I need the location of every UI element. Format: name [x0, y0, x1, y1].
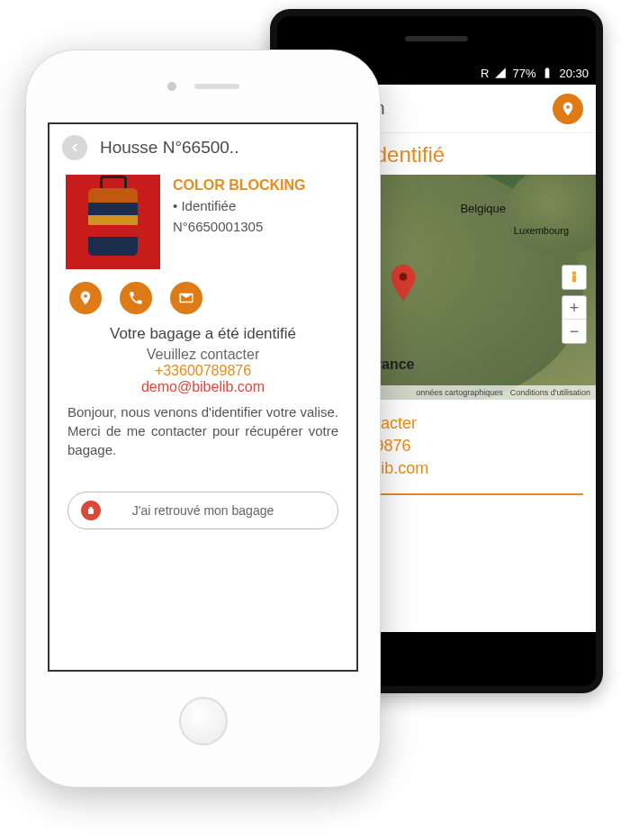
svg-point-0 [400, 273, 408, 281]
message-sub: Veuillez contacter [68, 347, 338, 363]
message-phone[interactable]: +33600789876 [68, 363, 338, 379]
map-label-luxembourg: Luxembourg [514, 225, 569, 236]
roaming-indicator: R [481, 67, 489, 80]
map-credits-data[interactable]: onnées cartographiques [416, 388, 503, 397]
call-button[interactable] [120, 282, 152, 314]
luggage-icon [81, 501, 101, 520]
found-baggage-button[interactable]: J'ai retrouvé mon bagage [68, 492, 338, 529]
message-body: Bonjour, nous venons d'identifier votre … [68, 402, 338, 459]
pin-icon [77, 290, 94, 306]
iphone-screen: Housse N°66500.. COLOR BLOCKING • Identi… [48, 122, 358, 672]
map-label-belgique: Belgique [460, 202, 506, 215]
iphone-frame: Housse N°66500.. COLOR BLOCKING • Identi… [25, 50, 381, 788]
product-name: COLOR BLOCKING [173, 175, 340, 196]
found-button-label: J'ai retrouvé mon bagage [132, 503, 274, 518]
battery-icon [541, 67, 554, 79]
locate-button[interactable] [553, 94, 583, 124]
product-image [66, 175, 160, 269]
battery-percent: 77% [512, 67, 536, 80]
clock: 20:30 [559, 67, 589, 80]
pin-icon [560, 101, 576, 117]
chevron-left-icon [68, 141, 81, 154]
message-title: Votre bagage a été identifié [68, 325, 338, 343]
zoom-in-button[interactable]: + [562, 296, 586, 320]
signal-icon [494, 67, 507, 79]
home-button[interactable] [179, 697, 228, 745]
svg-rect-3 [88, 509, 94, 514]
zoom-control: + − [562, 295, 587, 344]
action-bar [51, 278, 355, 325]
svg-rect-4 [90, 507, 93, 509]
email-button[interactable] [170, 282, 202, 314]
svg-point-1 [572, 271, 577, 275]
back-button[interactable] [62, 135, 87, 160]
message-email[interactable]: demo@bibelib.com [68, 379, 338, 395]
zoom-out-button[interactable]: − [562, 320, 586, 343]
page-title: Housse N°66500.. [100, 138, 344, 158]
svg-rect-2 [572, 275, 577, 283]
phone-icon [128, 290, 144, 306]
product-status: • Identifiée [173, 196, 340, 217]
mail-icon [178, 290, 194, 306]
product-row: COLOR BLOCKING • Identifiée N°6650001305 [51, 169, 355, 278]
map-marker[interactable] [385, 265, 421, 304]
pegman-button[interactable] [562, 265, 587, 290]
product-number: N°6650001305 [173, 217, 340, 238]
map-credits-terms[interactable]: Conditions d'utilisation [510, 388, 590, 397]
locate-button[interactable] [69, 282, 102, 314]
message-block: Votre bagage a été identifié Veuillez co… [51, 325, 355, 459]
